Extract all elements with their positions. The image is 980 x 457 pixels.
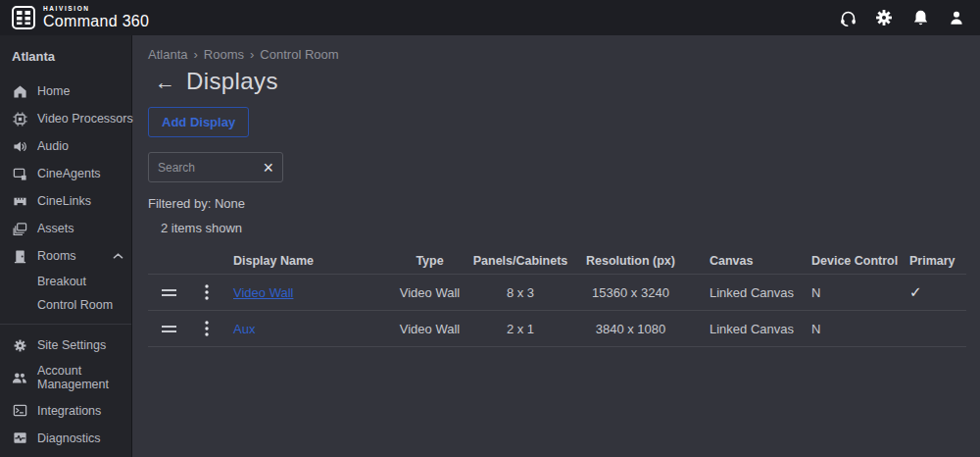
cell-panels: 8 x 3 bbox=[471, 285, 569, 300]
sidebar-item-label: CineAgents bbox=[37, 167, 101, 180]
sidebar-item-breakout[interactable]: Breakout bbox=[0, 270, 131, 293]
column-canvas: Canvas bbox=[692, 254, 800, 268]
drag-handle[interactable] bbox=[148, 289, 189, 296]
table-header-row: Display Name Type Panels/Cabinets Resolu… bbox=[148, 247, 966, 275]
app-logo: HAIVISION Command 360 bbox=[12, 6, 149, 30]
breadcrumb-separator: › bbox=[250, 47, 254, 62]
clear-search-icon[interactable]: × bbox=[263, 159, 273, 177]
column-resolution: Resolution (px) bbox=[569, 254, 692, 268]
breadcrumb-rooms[interactable]: Rooms bbox=[204, 47, 244, 62]
brand-haivision: HAIVISION bbox=[43, 6, 149, 13]
cell-type: Video Wall bbox=[388, 285, 471, 300]
ethernet-icon bbox=[12, 193, 27, 209]
row-menu-button[interactable] bbox=[189, 321, 224, 336]
column-device-control: Device Control bbox=[800, 254, 900, 268]
door-icon bbox=[12, 248, 27, 264]
sidebar-item-cinelinks[interactable]: CineLinks bbox=[0, 187, 131, 215]
sidebar-item-diagnostics[interactable]: Diagnostics bbox=[0, 425, 131, 452]
sidebar-item-label: CineLinks bbox=[37, 194, 91, 208]
brand-command360: Command 360 bbox=[43, 14, 149, 29]
sidebar-item-label: Breakout bbox=[37, 275, 86, 288]
cell-canvas: Linked Canvas bbox=[692, 322, 800, 336]
row-menu-button[interactable] bbox=[189, 284, 224, 300]
search-box: × bbox=[148, 152, 283, 182]
sidebar-item-label: Video Processors bbox=[37, 112, 133, 126]
drag-handle-icon bbox=[162, 326, 176, 332]
sidebar-item-assets[interactable]: Assets bbox=[0, 215, 131, 242]
cell-panels: 2 x 1 bbox=[471, 322, 569, 336]
bell-icon[interactable] bbox=[910, 8, 930, 27]
main-content: Atlanta › Rooms › Control Room ← Display… bbox=[133, 35, 980, 457]
home-icon bbox=[12, 83, 27, 99]
sidebar-item-audio[interactable]: Audio bbox=[0, 132, 131, 160]
kebab-icon bbox=[205, 321, 209, 336]
column-display-name: Display Name bbox=[224, 254, 388, 268]
search-input[interactable] bbox=[158, 161, 257, 175]
breadcrumb-separator: › bbox=[193, 47, 197, 62]
sidebar-item-integrations[interactable]: Integrations bbox=[0, 397, 131, 425]
sidebar-item-label: Audio bbox=[37, 139, 69, 153]
sidebar-item-video-processors[interactable]: Video Processors bbox=[0, 105, 131, 132]
column-primary: Primary bbox=[900, 254, 966, 268]
table-row: Video Wall Video Wall 8 x 3 15360 x 3240… bbox=[148, 275, 966, 311]
people-icon bbox=[12, 370, 27, 385]
top-bar: HAIVISION Command 360 bbox=[0, 0, 980, 35]
column-type: Type bbox=[388, 254, 471, 268]
cell-type: Video Wall bbox=[388, 322, 471, 336]
display-name-link[interactable]: Video Wall bbox=[233, 285, 293, 300]
chip-icon bbox=[12, 111, 27, 127]
add-display-button[interactable]: Add Display bbox=[148, 107, 249, 137]
speaker-icon bbox=[12, 138, 27, 154]
sidebar-item-label: Integrations bbox=[37, 404, 101, 418]
back-arrow-icon[interactable]: ← bbox=[155, 72, 175, 92]
kebab-icon bbox=[205, 284, 209, 300]
breadcrumb-control-room[interactable]: Control Room bbox=[260, 47, 338, 62]
window-icon bbox=[12, 166, 27, 181]
primary-check-icon: ✓ bbox=[900, 283, 966, 301]
cell-canvas: Linked Canvas bbox=[692, 285, 800, 300]
cell-device-control: N bbox=[800, 285, 900, 300]
filtered-by-label: Filtered by: None bbox=[148, 196, 965, 211]
layers-icon bbox=[12, 221, 27, 236]
sidebar-item-label: Home bbox=[37, 84, 70, 98]
cell-device-control: N bbox=[800, 322, 900, 336]
site-name: Atlanta bbox=[0, 43, 131, 77]
chevron-up-icon[interactable] bbox=[113, 252, 123, 260]
breadcrumb: Atlanta › Rooms › Control Room bbox=[148, 47, 965, 62]
drag-handle[interactable] bbox=[148, 326, 189, 332]
breadcrumb-atlanta[interactable]: Atlanta bbox=[148, 47, 187, 62]
column-panels-cabinets: Panels/Cabinets bbox=[471, 254, 569, 268]
terminal-icon bbox=[12, 403, 27, 419]
table-row: Aux Video Wall 2 x 1 3840 x 1080 Linked … bbox=[148, 311, 966, 347]
items-shown-label: 2 items shown bbox=[161, 221, 965, 235]
sidebar-item-account-management[interactable]: Account Management bbox=[0, 359, 131, 397]
pulse-icon bbox=[12, 431, 27, 446]
headset-icon[interactable] bbox=[838, 8, 858, 27]
sidebar-item-label: Assets bbox=[37, 222, 74, 235]
sidebar-divider bbox=[0, 324, 131, 325]
sidebar-item-rooms[interactable]: Rooms bbox=[0, 242, 131, 270]
gear-icon bbox=[12, 337, 27, 353]
sidebar-item-label: Site Settings bbox=[37, 338, 106, 352]
cell-resolution: 3840 x 1080 bbox=[569, 322, 692, 336]
gear-icon[interactable] bbox=[874, 8, 894, 27]
displays-table: Display Name Type Panels/Cabinets Resolu… bbox=[148, 247, 966, 347]
sidebar-item-label: Rooms bbox=[37, 249, 76, 263]
user-icon[interactable] bbox=[947, 8, 966, 27]
drag-handle-icon bbox=[162, 289, 176, 296]
display-name-link[interactable]: Aux bbox=[233, 322, 255, 336]
haivision-logo-icon bbox=[12, 6, 35, 29]
sidebar-item-control-room[interactable]: Control Room bbox=[0, 293, 131, 317]
sidebar-item-site-settings[interactable]: Site Settings bbox=[0, 331, 131, 359]
sidebar-item-cineagents[interactable]: CineAgents bbox=[0, 160, 131, 187]
sidebar-item-label: Account Management bbox=[37, 364, 114, 392]
sidebar: Atlanta Home Video Processors bbox=[0, 35, 132, 457]
sidebar-item-home[interactable]: Home bbox=[0, 77, 131, 105]
sidebar-item-label: Diagnostics bbox=[37, 432, 101, 445]
cell-resolution: 15360 x 3240 bbox=[569, 285, 692, 300]
sidebar-item-label: Control Room bbox=[37, 298, 113, 312]
page-title: Displays bbox=[186, 68, 278, 95]
